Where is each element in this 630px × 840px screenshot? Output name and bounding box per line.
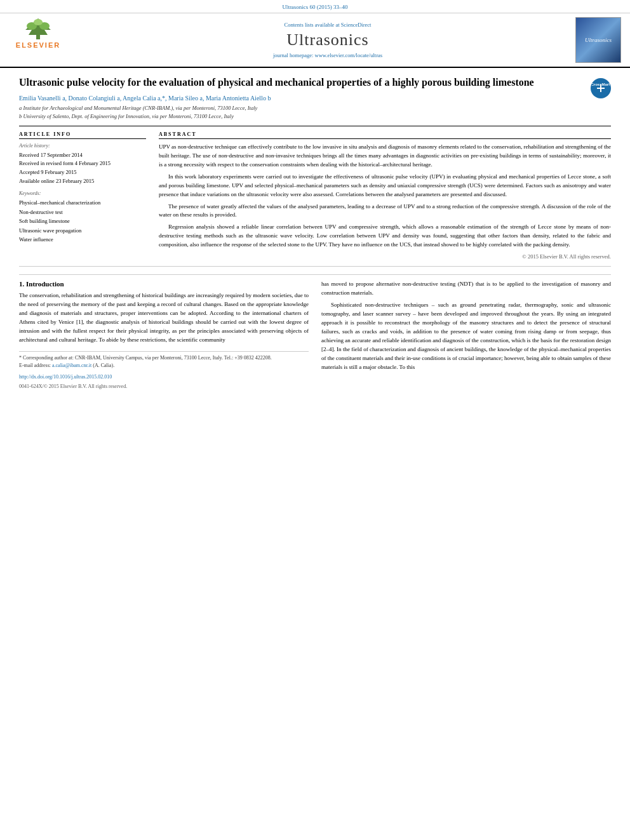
- info-abstract-row: ARTICLE INFO Article history: Received 1…: [19, 131, 611, 267]
- footnotes: * Corresponding author at: CNR-IBAM, Uni…: [19, 351, 309, 370]
- keyword-5: Water influence: [19, 235, 146, 244]
- contents-line: Contents lists available at ScienceDirec…: [285, 22, 372, 28]
- journal-ref-text: Ultrasonics 60 (2015) 33–40: [282, 4, 347, 10]
- email-link[interactable]: a.calia@ibam.cnr.it: [52, 363, 91, 368]
- keyword-1: Physical–mechanical characterization: [19, 198, 146, 207]
- accepted-date: Accepted 9 February 2015: [19, 168, 146, 177]
- abstract-p1: UPV as non-destructive technique can eff…: [159, 143, 611, 170]
- article-title: Ultrasonic pulse velocity for the evalua…: [19, 76, 586, 90]
- bottom-copyright: 0041-624X/© 2015 Elsevier B.V. All right…: [19, 383, 309, 391]
- abstract-p4: Regression analysis showed a reliable li…: [159, 223, 611, 250]
- keyword-3: Soft building limestone: [19, 217, 146, 225]
- publisher-logo-area: ELSEVIER: [6, 17, 83, 63]
- elsevier-tree-icon: [19, 17, 57, 40]
- intro-body-right: has moved to propose alternative non-des…: [321, 280, 611, 371]
- abstract-copyright: © 2015 Elsevier B.V. All rights reserved…: [159, 253, 611, 260]
- homepage-url[interactable]: www.elsevier.com/locate/ultras: [315, 52, 383, 58]
- corresponding-author-note: * Corresponding author at: CNR-IBAM, Uni…: [19, 354, 309, 362]
- intro-p3: Sophisticated non-destructive techniques…: [321, 301, 611, 372]
- crossmark-svg: CrossMark: [592, 79, 610, 97]
- intro-p2: has moved to propose alternative non-des…: [321, 280, 611, 298]
- journal-name: Ultrasonics: [286, 30, 368, 50]
- journal-header: ELSEVIER Contents lists available at Sci…: [0, 13, 630, 68]
- email-note: E-mail address: a.calia@ibam.cnr.it (A. …: [19, 362, 309, 370]
- abstract-column: ABSTRACT UPV as non-destructive techniqu…: [159, 131, 611, 260]
- crossmark-area: CrossMark: [586, 76, 611, 98]
- abstract-p2: In this work laboratory experiments were…: [159, 173, 611, 199]
- email-label: E-mail address:: [19, 363, 52, 368]
- abstract-p3: The presence of water greatly affected t…: [159, 203, 611, 220]
- abstract-heading: ABSTRACT: [159, 131, 611, 139]
- doi-section: http://dx.doi.org/10.1016/j.ultras.2015.…: [19, 373, 309, 391]
- article-title-area: Ultrasonic pulse velocity for the evalua…: [19, 76, 586, 121]
- intro-title: 1. Introduction: [19, 280, 309, 288]
- doi-url[interactable]: http://dx.doi.org/10.1016/j.ultras.2015.…: [19, 373, 309, 382]
- article-info-heading: ARTICLE INFO: [19, 131, 146, 139]
- intro-body-left: The conservation, rehabilitation and str…: [19, 291, 309, 345]
- contents-prefix: Contents lists available at: [285, 22, 341, 28]
- introduction-section: 1. Introduction The conservation, rehabi…: [19, 280, 611, 390]
- homepage-line: journal homepage: www.elsevier.com/locat…: [273, 52, 382, 58]
- article-title-section: Ultrasonic pulse velocity for the evalua…: [19, 76, 611, 126]
- revised-date: Received in revised form 4 February 2015: [19, 159, 146, 168]
- homepage-prefix: journal homepage:: [273, 52, 315, 58]
- abstract-text: UPV as non-destructive technique can eff…: [159, 143, 611, 250]
- elsevier-logo: ELSEVIER: [6, 17, 70, 49]
- svg-point-4: [34, 19, 43, 25]
- intro-p1: The conservation, rehabilitation and str…: [19, 291, 309, 345]
- keyword-4: Ultrasonic wave propagation: [19, 226, 146, 235]
- email-suffix: (A. Calia).: [91, 363, 114, 368]
- science-direct-link[interactable]: ScienceDirect: [341, 22, 372, 28]
- page-wrapper: Ultrasonics 60 (2015) 33–40 ELSEVIER Con…: [0, 0, 630, 397]
- keyword-2: Non-destructive test: [19, 208, 146, 217]
- online-date: Available online 23 February 2015: [19, 177, 146, 186]
- crossmark-icon: CrossMark: [591, 78, 611, 98]
- doi-link[interactable]: http://dx.doi.org/10.1016/j.ultras.2015.…: [19, 374, 112, 380]
- intro-col-left: 1. Introduction The conservation, rehabi…: [19, 280, 309, 390]
- keywords-section: Keywords: Physical–mechanical characteri…: [19, 190, 146, 244]
- journal-thumb-text: Ultrasonics: [585, 37, 612, 43]
- keywords-label: Keywords:: [19, 190, 146, 196]
- journal-thumbnail-area: Ultrasonics: [573, 17, 624, 63]
- main-content: Ultrasonic pulse velocity for the evalua…: [0, 68, 630, 397]
- intro-col-right: has moved to propose alternative non-des…: [321, 280, 611, 390]
- article-info-column: ARTICLE INFO Article history: Received 1…: [19, 131, 146, 260]
- affiliation-a: a Institute for Archaeological and Monum…: [19, 104, 586, 112]
- history-label: Article history:: [19, 143, 146, 149]
- received-date: Received 17 September 2014: [19, 151, 146, 160]
- svg-rect-0: [36, 35, 40, 39]
- section-divider: [19, 274, 611, 275]
- authors-line: Emilia Vasanelli a, Donato Colangiuli a,…: [19, 95, 586, 102]
- journal-reference-bar: Ultrasonics 60 (2015) 33–40: [0, 0, 630, 13]
- journal-thumbnail: Ultrasonics: [575, 17, 621, 63]
- affiliation-b: b University of Salento, Dept. of Engine…: [19, 112, 586, 121]
- elsevier-label: ELSEVIER: [16, 41, 60, 49]
- journal-info-center: Contents lists available at ScienceDirec…: [89, 17, 566, 63]
